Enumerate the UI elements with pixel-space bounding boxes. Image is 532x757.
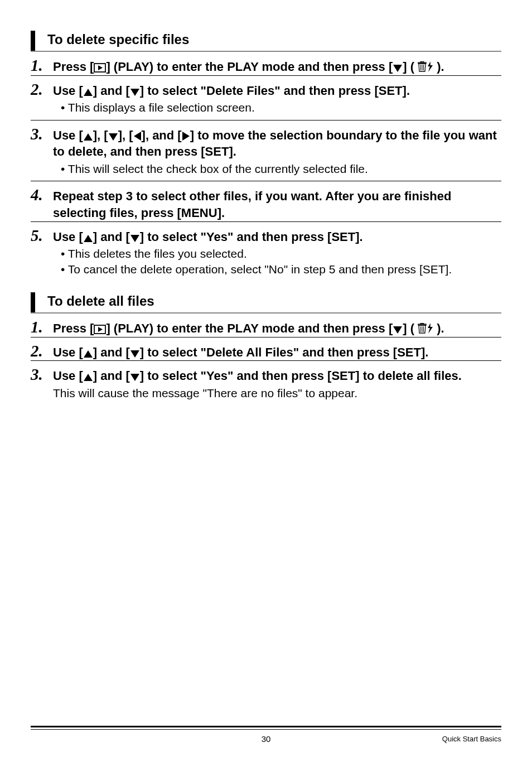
step-text: Use [ [53,230,83,244]
step-text: ] (PLAY) to enter the PLAY mode and then… [106,60,393,74]
down-arrow-icon [130,373,140,382]
down-arrow-icon [393,326,403,334]
page: To delete specific files 1.Press [] (PLA… [0,0,532,757]
up-arrow-icon [83,88,93,97]
svg-rect-7 [420,62,424,63]
section2-steps: 1.Press [] (PLAY) to enter the PLAY mode… [31,319,501,401]
step-text: ] to select "Yes" and then press [SET] t… [140,369,462,383]
step-divider [31,181,501,181]
down-arrow-icon [130,88,140,97]
step-number: 2. [31,81,53,98]
footer-section-label: Quick Start Basics [418,735,501,743]
step-instruction: Press [] (PLAY) to enter the PLAY mode a… [53,59,444,75]
heading-gap [35,292,44,312]
step-text: ], [ [93,128,108,142]
step-text: Press [ [53,321,94,335]
up-arrow-icon [83,234,93,243]
step-instruction: Press [] (PLAY) to enter the PLAY mode a… [53,320,444,337]
svg-marker-18 [98,327,103,332]
trash-icon [418,61,427,73]
section1-steps: 1.Press [] (PLAY) to enter the PLAY mode… [31,57,501,277]
play-box-icon [94,325,106,334]
svg-marker-26 [84,350,93,358]
down-arrow-icon [130,234,140,243]
step-divider [31,360,501,361]
step-instruction: Use [], [], [], and [] to move the selec… [53,127,501,160]
step-divider [31,337,501,337]
bullet-item: • This displays a file selection screen. [61,100,501,115]
step-bullets: • This displays a file selection screen. [61,100,501,115]
down-arrow-icon [130,350,140,358]
svg-marker-11 [84,133,93,141]
play-box-icon [94,63,106,73]
svg-marker-9 [84,89,93,96]
step-text: Use [ [53,345,83,359]
step: 5.Use [] and [] to select "Yes" and then… [31,228,501,245]
step-text: ], and [ [142,128,182,142]
page-number: 30 [114,734,418,744]
heading-bar [31,292,35,312]
step: 2.Use [] and [] to select "Delete Files"… [31,81,501,99]
step-instruction: Use [] and [] to select "Delete All File… [53,344,428,361]
step-number: 3. [31,126,53,142]
svg-marker-27 [130,350,139,358]
step-text: ] (PLAY) to enter the PLAY mode and then… [106,321,393,335]
step-text: ). [433,60,444,74]
step-number: 4. [31,187,53,203]
right-arrow-icon [182,131,190,141]
svg-rect-24 [420,324,424,325]
up-arrow-icon [83,350,93,358]
step-text: Use [ [53,369,83,383]
step-instruction: Use [] and [] to select "Yes" and then p… [53,368,462,384]
section-heading-delete-specific: To delete specific files [31,31,501,52]
svg-marker-28 [84,374,93,381]
flash-icon [427,61,433,73]
step-text: ] and [ [93,345,130,359]
step-instruction: Use [] and [] to select "Yes" and then p… [53,229,363,245]
step: 4.Repeat step 3 to select other files, i… [31,187,501,221]
step-text: ] ( [403,321,418,335]
step: 1.Press [] (PLAY) to enter the PLAY mode… [31,57,501,75]
bullet-item: • To cancel the delete operation, select… [61,262,501,277]
step-text: ] and [ [93,230,130,244]
svg-marker-14 [182,132,190,141]
step-note: This will cause the message "There are n… [53,385,501,401]
step-number: 5. [31,228,53,244]
step-number: 2. [31,343,53,359]
svg-marker-25 [428,323,433,334]
svg-marker-16 [130,235,139,242]
step-text: Repeat step 3 to select other files, if … [53,189,451,220]
section-heading-delete-all: To delete all files [31,292,501,314]
step-text: Use [ [53,128,83,142]
left-arrow-icon [133,131,142,141]
step: 2.Use [] and [] to select "Delete All Fi… [31,343,501,361]
step-instruction: Use [] and [] to select "Delete Files" a… [53,83,410,99]
page-footer: 30 Quick Start Basics [31,726,501,744]
svg-marker-19 [393,326,402,334]
flash-icon [427,323,433,334]
step: 3.Use [], [], [], and [] to move the sel… [31,126,501,160]
step-text: ). [433,321,444,335]
step-number: 1. [31,319,53,335]
step-divider [31,120,501,120]
svg-marker-10 [130,89,139,96]
step-text: ] to select "Yes" and then press [SET]. [140,230,363,244]
svg-marker-12 [109,133,118,141]
step-text: ] ( [403,60,418,74]
step-instruction: Repeat step 3 to select other files, if … [53,188,501,221]
step: 3.Use [] and [] to select "Yes" and then… [31,367,501,384]
step-number: 1. [31,57,53,74]
svg-marker-8 [428,61,433,72]
heading-gap [35,31,44,51]
svg-marker-29 [130,374,139,381]
step-text: ] to select "Delete All Files" and then … [140,345,429,359]
down-arrow-icon [108,133,118,141]
step-text: ], [ [118,128,133,142]
trash-icon [418,323,427,334]
svg-marker-13 [134,132,141,141]
step-text: ] and [ [93,84,130,98]
step-number: 3. [31,367,53,383]
up-arrow-icon [83,133,93,141]
bullet-item: • This deletes the files you selected. [61,246,501,261]
step-text: Use [ [53,84,83,98]
